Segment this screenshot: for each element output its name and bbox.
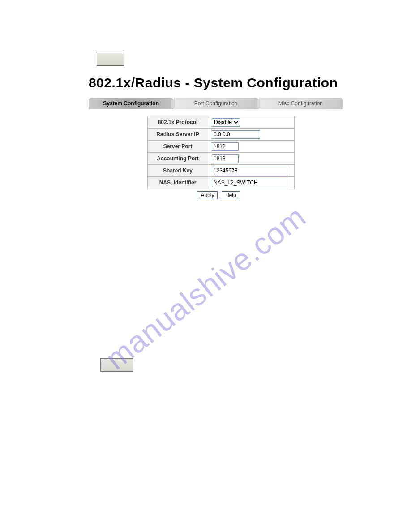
row-accounting-port: Accounting Port bbox=[148, 153, 295, 165]
row-radius-ip: Radius Server IP bbox=[148, 129, 295, 141]
input-radius-ip[interactable] bbox=[212, 130, 260, 139]
label-protocol: 802.1x Protocol bbox=[148, 116, 208, 129]
page-title: 802.1x/Radius - System Configuration bbox=[89, 75, 338, 90]
watermark-text: manualshive.com bbox=[99, 198, 313, 376]
label-server-port: Server Port bbox=[148, 141, 208, 153]
input-accounting-port[interactable] bbox=[212, 154, 239, 163]
label-accounting-port: Accounting Port bbox=[148, 153, 208, 165]
tab-misc-configuration[interactable]: Misc Configuration bbox=[258, 98, 343, 109]
button-row: Apply Help bbox=[147, 191, 290, 199]
tab-port-configuration[interactable]: Port Configuration bbox=[173, 98, 258, 109]
config-table: 802.1x Protocol Disable Radius Server IP… bbox=[147, 116, 295, 189]
label-nas-identifier: NAS, Identifier bbox=[148, 177, 208, 189]
label-radius-ip: Radius Server IP bbox=[148, 129, 208, 141]
tab-system-configuration[interactable]: System Configuration bbox=[89, 98, 173, 109]
label-shared-key: Shared Key bbox=[148, 165, 208, 177]
row-server-port: Server Port bbox=[148, 141, 295, 153]
row-shared-key: Shared Key bbox=[148, 165, 295, 177]
row-protocol: 802.1x Protocol Disable bbox=[148, 116, 295, 129]
apply-button[interactable]: Apply bbox=[197, 191, 218, 199]
top-blank-button[interactable] bbox=[96, 52, 124, 66]
row-nas-identifier: NAS, Identifier bbox=[148, 177, 295, 189]
mid-blank-button[interactable] bbox=[100, 358, 133, 372]
input-nas-identifier[interactable] bbox=[212, 179, 287, 187]
help-button[interactable]: Help bbox=[222, 191, 240, 199]
input-server-port[interactable] bbox=[212, 142, 239, 151]
input-shared-key[interactable] bbox=[212, 167, 287, 175]
tab-bar: System Configuration Port Configuration … bbox=[89, 98, 343, 109]
select-protocol[interactable]: Disable bbox=[212, 118, 240, 127]
